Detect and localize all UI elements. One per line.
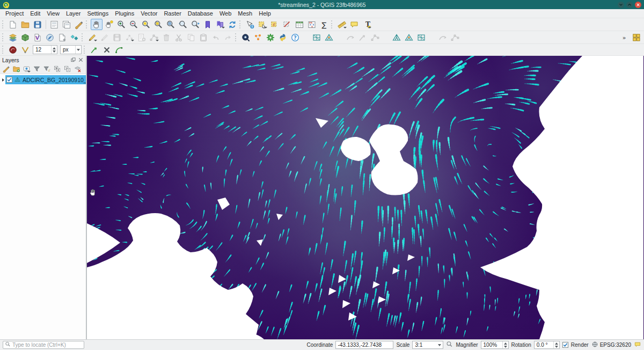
mesh-digitizing[interactable] [391,32,402,43]
rotation-spin[interactable]: 0.0 ° [534,341,560,349]
menu-settings[interactable]: Settings [84,9,112,18]
new-spatial-bookmark[interactable] [202,19,214,30]
units-combo[interactable]: px [60,45,82,54]
zoom-to-layer[interactable] [165,19,177,30]
processing-toolbox[interactable] [265,32,276,43]
toolbar-handle[interactable] [2,20,5,28]
zoom-full[interactable] [140,19,152,30]
spin-up-icon[interactable] [504,342,507,345]
locator-input[interactable] [12,342,82,348]
menu-vector[interactable]: Vector [137,9,160,18]
toolbar-handle[interactable] [239,20,242,28]
zoom-out[interactable] [128,19,140,30]
expander-icon[interactable] [2,78,4,82]
menu-view[interactable]: View [43,9,63,18]
new-print-layout[interactable] [48,19,60,30]
minimize-button[interactable] [618,2,624,8]
circular-arc-tool[interactable] [113,44,125,55]
open-attribute-table[interactable] [294,19,305,30]
mesh-calculator[interactable] [323,32,335,43]
menu-raster[interactable]: Raster [160,9,184,18]
panel-close-button[interactable] [77,57,84,63]
show-spatial-bookmarks[interactable] [214,19,226,30]
mesh-reindex[interactable] [403,32,415,43]
layer-item[interactable]: ADCIRC_BG_20190910_1t [5,75,91,84]
statistical-summary[interactable]: ∑ [318,19,330,30]
toolbar-handle[interactable] [82,33,84,41]
remove-layer[interactable] [73,64,82,74]
coordinate-input[interactable] [335,341,393,349]
magnifier-spin[interactable]: 100% [481,341,509,349]
filter-by-expression[interactable]: ε [42,64,52,74]
labeling-options[interactable] [7,44,19,55]
collapse-all[interactable] [63,64,72,74]
maximize-button[interactable] [626,2,633,8]
data-source-manager[interactable] [7,32,19,43]
menu-help[interactable]: Help [255,9,274,18]
deselect-features[interactable] [281,19,293,30]
georeferencer[interactable] [311,32,323,43]
add-group[interactable] [12,64,21,74]
stream-digitizing[interactable] [89,44,100,55]
select-features[interactable] [257,19,268,30]
osm-place-search[interactable] [240,32,252,43]
spin-up-icon[interactable] [555,342,558,345]
map-tips[interactable] [348,19,360,30]
select-by-expression[interactable]: ε [269,19,281,30]
mesh-transform[interactable] [415,32,427,43]
cancel-edits[interactable] [101,44,113,55]
crs-indicator[interactable]: EPSG:32620 [591,341,631,349]
spin-down-icon[interactable] [555,346,558,348]
menu-layer[interactable]: Layer [63,9,84,18]
menu-mesh[interactable]: Mesh [235,9,255,18]
mesh-grid-tool[interactable] [631,32,642,43]
zoom-last[interactable] [177,19,189,30]
close-button[interactable] [635,2,641,8]
new-temporary-scratch-layer[interactable] [56,32,68,43]
open-field-calculator[interactable] [306,19,318,30]
new-project[interactable] [7,19,19,30]
layer-visibility-checkbox[interactable] [6,77,12,83]
measure-line[interactable] [336,19,348,30]
layer-row[interactable]: ADCIRC_BG_20190910_1t [0,75,86,84]
menu-plugins[interactable]: Plugins [112,9,137,18]
menu-web[interactable]: Web [216,9,235,18]
save-project[interactable] [32,19,43,30]
menu-project[interactable]: Project [2,9,27,18]
python-console[interactable] [277,32,289,43]
map-canvas[interactable] [87,56,643,339]
text-annotation[interactable]: T [361,19,372,30]
refresh-map[interactable] [226,19,238,30]
toolbar-overflow[interactable]: » [618,32,630,43]
open-layer-styling[interactable] [2,64,11,74]
font-size-spin[interactable]: 12 [33,45,57,54]
toolbar-handle[interactable] [2,33,5,41]
zoom-to-selection[interactable] [152,19,164,30]
manage-map-themes[interactable] [22,64,31,74]
toolbar-handle[interactable] [331,20,334,28]
new-virtual-layer[interactable] [69,32,80,43]
gps-information[interactable] [252,32,264,43]
toolbar-handle[interactable] [86,20,89,28]
zoom-next[interactable] [189,19,201,30]
menu-edit[interactable]: Edit [27,9,43,18]
show-layout-manager[interactable] [61,19,72,30]
render-checkbox[interactable] [562,342,568,348]
panel-float-button[interactable] [70,57,76,63]
filter-legend[interactable] [32,64,41,74]
toolbar-handle[interactable] [235,33,238,41]
expand-all[interactable] [53,64,62,74]
toolbar-handle[interactable] [84,46,86,54]
locator-search[interactable] [3,341,84,349]
scale-combo[interactable]: 3:1 [412,341,443,349]
new-shapefile-layer[interactable]: V [32,32,43,43]
spin-down-icon[interactable] [504,346,507,348]
messages-button[interactable] [634,341,641,349]
label-tool[interactable] [19,44,31,55]
pan-to-selection[interactable] [103,19,115,30]
plugin-help[interactable]: ? [289,32,301,43]
current-edits[interactable] [86,32,98,43]
menu-database[interactable]: Database [185,9,216,18]
style-manager[interactable] [73,19,85,30]
new-geopackage-layer[interactable] [19,32,31,43]
